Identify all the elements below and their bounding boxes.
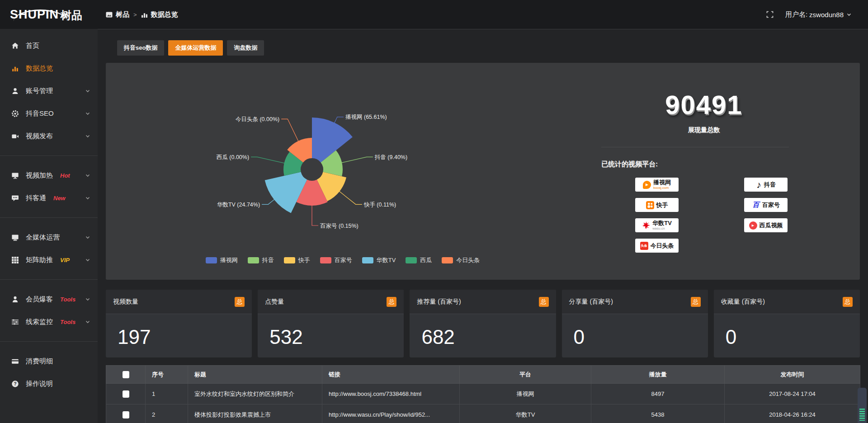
pie-label-抖音: 抖音 (9.40%) (374, 154, 407, 160)
legend-label: 快手 (298, 256, 310, 264)
fullscreen-icon[interactable] (766, 11, 774, 18)
sidebar-item-video-publish[interactable]: 视频发布 (0, 125, 98, 147)
chevron-down-icon (85, 111, 90, 116)
legend-item-播视网[interactable]: 播视网 (206, 256, 238, 264)
app-logo: SHUPIN 树品 (0, 9, 98, 21)
select-all-checkbox[interactable] (123, 371, 129, 378)
floating-widget[interactable] (858, 388, 867, 423)
platform-name: 西瓜视频 (760, 222, 783, 228)
sidebar-item-label: 操作说明 (26, 380, 53, 388)
stat-card-recommend-count: 推荐量 (百家号)总682 (410, 290, 556, 357)
legend-item-西瓜[interactable]: 西瓜 (406, 256, 432, 264)
chevron-down-icon (85, 257, 90, 263)
sidebar-item-consume-detail[interactable]: 消费明细 (0, 350, 98, 372)
stat-cards-row: 视频数量总197点赞量总532推荐量 (百家号)总682分享量 (百家号)总0收… (106, 290, 860, 357)
table-row: 1室外水纹灯和室内水纹灯的区别和简介http://www.boosj.com/7… (106, 384, 860, 404)
legend-item-百家号[interactable]: 百家号 (320, 256, 352, 264)
legend-label: 抖音 (262, 256, 274, 264)
chevron-down-icon (85, 173, 90, 178)
kuaishou-logo (646, 201, 654, 209)
douyin-logo: ♪ (756, 181, 762, 189)
cell-select (106, 384, 146, 404)
rose-chart-svg: 播视网 (65.61%)抖音 (9.40%)快手 (0.11%)百家号 (0.1… (106, 63, 580, 280)
legend-swatch (248, 257, 259, 263)
user-icon (11, 87, 19, 95)
total-badge[interactable]: 总 (539, 297, 549, 307)
question-icon: ? (11, 380, 19, 388)
sidebar-item-help[interactable]: ?操作说明 (0, 372, 98, 395)
total-badge[interactable]: 总 (843, 297, 853, 307)
platform-badge-kuaishou: 快手 (635, 198, 679, 212)
sidebar-item-douketong[interactable]: 抖客通New (0, 187, 98, 209)
cell-link[interactable]: http://www.boosj.com/7338468.html (322, 384, 460, 404)
breadcrumb-root[interactable]: 树品 (116, 10, 129, 19)
stat-card-label: 收藏量 (百家号) (721, 298, 765, 306)
legend-item-快手[interactable]: 快手 (284, 256, 310, 264)
legend-swatch (442, 257, 453, 263)
sidebar-item-label: 视频加热 (26, 171, 53, 180)
cell-link[interactable]: http://www.wasu.cn/Play/show/id/952... (322, 404, 460, 423)
sidebar-item-data-overview[interactable]: 数据总览 (0, 57, 98, 80)
sidebar-item-account-manage[interactable]: 账号管理 (0, 80, 98, 102)
chat-icon (11, 194, 19, 202)
user-menu[interactable]: 用户名: zswodun88 (785, 10, 852, 19)
sidebar-item-media-ops[interactable]: 全媒体运营 (0, 226, 98, 249)
platform-badge-boosj: ▶播视网boosj.com (635, 178, 679, 192)
sidebar-item-badge: Tools (60, 296, 75, 303)
table-header-platform: 平台 (460, 366, 591, 384)
pie-slice-华数TV[interactable] (265, 172, 307, 213)
tab-douyin-seo-data[interactable]: 抖音seo数据 (117, 40, 164, 56)
cell-title[interactable]: 室外水纹灯和室内水纹灯的区别和简介 (188, 384, 322, 404)
stat-card-label: 视频数量 (113, 298, 138, 306)
chevron-down-icon (846, 12, 852, 17)
total-badge[interactable]: 总 (387, 297, 396, 307)
sidebar-item-douyin-seo[interactable]: 抖音SEO (0, 102, 98, 125)
platform-name: 今日头条 (651, 243, 674, 249)
legend-item-今日头条[interactable]: 今日头条 (442, 256, 480, 264)
stat-card-like-count: 点赞量总532 (258, 290, 404, 357)
pie-label-line (262, 199, 274, 204)
sidebar-item-member-baoke[interactable]: 会员爆客Tools (0, 288, 98, 310)
gear-icon (11, 110, 19, 118)
sidebar-divider (0, 155, 98, 156)
platform-badge-wasu: 华数TVwasu.cn (635, 218, 679, 232)
platform-badge-douyin: ♪抖音 (744, 178, 788, 192)
platform-name: 华数TV (652, 220, 672, 226)
table-header-link: 链接 (322, 366, 460, 384)
sidebar-item-badge: Hot (60, 172, 70, 179)
home-icon (11, 42, 19, 50)
sidebar-item-label: 抖音SEO (26, 109, 54, 118)
platform-badge-grid: ▶播视网boosj.com♪抖音快手百百家号华数TVwasu.cn▶西瓜视频头条… (635, 178, 828, 253)
tab-media-ops-data[interactable]: 全媒体运营数据 (168, 40, 223, 56)
cell-title[interactable]: 楼体投影灯投影效果震撼上市 (188, 404, 322, 423)
legend-item-抖音[interactable]: 抖音 (248, 256, 274, 264)
pie-label-播视网: 播视网 (65.61%) (345, 114, 387, 120)
platform-sub: boosj.com (653, 186, 669, 190)
sidebar-item-label: 视频发布 (26, 132, 53, 141)
legend-swatch (206, 257, 217, 263)
xigua-logo: ▶ (749, 221, 757, 230)
cell-seq: 1 (146, 384, 188, 404)
sidebar: 首页数据总览账号管理抖音SEO视频发布视频加热Hot抖客通New全媒体运营矩阵助… (0, 29, 98, 423)
total-badge[interactable]: 总 (235, 297, 245, 307)
sidebar-item-home[interactable]: 首页 (0, 34, 98, 57)
cell-time: 2018-04-26 16:24 (725, 404, 860, 423)
row-checkbox[interactable] (123, 390, 129, 398)
tab-inquiry-data[interactable]: 询盘数据 (227, 40, 264, 56)
cell-platform: 播视网 (460, 384, 591, 404)
sidebar-item-clue-monitor[interactable]: 线索监控Tools (0, 310, 98, 333)
monitor-icon (11, 172, 19, 179)
total-badge[interactable]: 总 (691, 297, 701, 307)
table-row: 2楼体投影灯投影效果震撼上市http://www.wasu.cn/Play/sh… (106, 404, 860, 423)
sidebar-item-video-heat[interactable]: 视频加热Hot (0, 164, 98, 187)
sidebar-item-matrix-boost[interactable]: 矩阵助推VIP (0, 249, 98, 271)
row-checkbox[interactable] (123, 411, 129, 418)
sidebar-item-badge: VIP (60, 257, 70, 263)
stat-card-value: 532 (258, 314, 404, 348)
legend-label: 华数TV (377, 256, 396, 264)
pie-label-line (281, 119, 298, 141)
stat-card-label: 点赞量 (265, 298, 284, 306)
legend-label: 西瓜 (420, 256, 432, 264)
sidebar-item-label: 数据总览 (26, 64, 53, 73)
legend-item-华数TV[interactable]: 华数TV (362, 256, 396, 264)
